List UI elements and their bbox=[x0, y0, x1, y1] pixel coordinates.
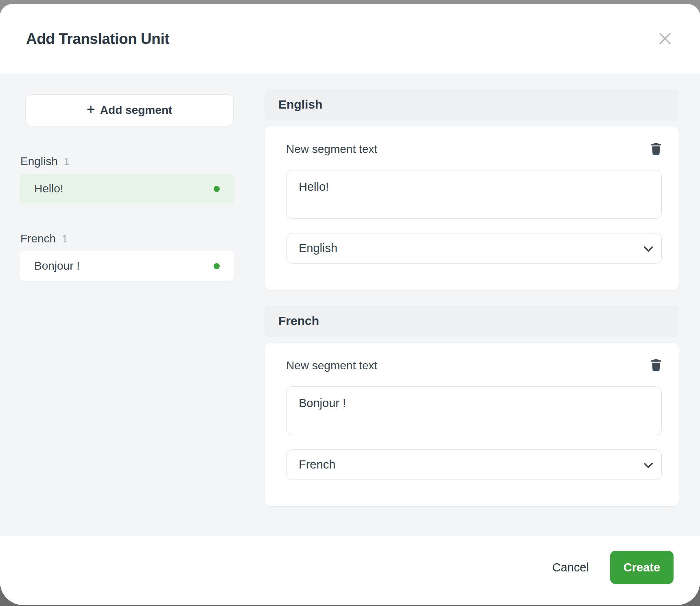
section-header: English bbox=[265, 89, 679, 120]
add-segment-label: Add segment bbox=[100, 104, 172, 117]
segment-editor: English New segment text bbox=[265, 89, 679, 536]
chevron-down-icon bbox=[643, 242, 653, 255]
language-name: English bbox=[20, 155, 58, 168]
segment-text-input[interactable]: Bonjour ! bbox=[286, 386, 662, 435]
trash-icon bbox=[650, 142, 662, 157]
segments-sidebar: + Add segment English 1 Hello! French 1 bbox=[20, 89, 234, 536]
segment-item-french[interactable]: Bonjour ! bbox=[20, 251, 234, 281]
dialog-title: Add Translation Unit bbox=[26, 31, 169, 48]
plus-icon: + bbox=[87, 102, 95, 117]
language-group-label: French 1 bbox=[20, 232, 234, 246]
add-segment-button[interactable]: + Add segment bbox=[25, 94, 234, 126]
segment-text-label: New segment text bbox=[286, 359, 377, 372]
language-name: French bbox=[20, 232, 56, 246]
segment-count-badge: 1 bbox=[62, 232, 68, 246]
segment-item-text: Bonjour ! bbox=[34, 259, 80, 272]
section-header: French bbox=[265, 305, 679, 337]
language-group-label: English 1 bbox=[20, 155, 234, 168]
segment-text-input[interactable]: Hello! bbox=[286, 170, 662, 219]
delete-segment-button[interactable] bbox=[648, 357, 664, 374]
segment-item-text: Hello! bbox=[34, 182, 63, 195]
add-translation-unit-dialog: Add Translation Unit + Add segment Engli… bbox=[0, 4, 700, 605]
segment-item-english[interactable]: Hello! bbox=[20, 174, 234, 203]
segment-card: New segment text Hello! Engl bbox=[265, 126, 679, 290]
section-title: French bbox=[278, 314, 319, 328]
segment-text-label: New segment text bbox=[286, 143, 377, 156]
delete-segment-button[interactable] bbox=[648, 141, 664, 157]
segment-count-badge: 1 bbox=[64, 155, 70, 168]
section-french: French New segment text bbox=[265, 305, 679, 506]
close-button[interactable] bbox=[655, 29, 675, 49]
chevron-down-icon bbox=[643, 458, 653, 471]
cancel-button[interactable]: Cancel bbox=[552, 557, 589, 578]
green-dot-icon bbox=[214, 263, 220, 269]
card-label-row: New segment text bbox=[286, 356, 662, 375]
dialog-footer: Cancel Create bbox=[0, 536, 700, 605]
dialog-header: Add Translation Unit bbox=[0, 4, 700, 74]
green-dot-icon bbox=[214, 186, 220, 192]
segment-card: New segment text Bonjour ! F bbox=[265, 343, 679, 506]
sidebar-group-english: English 1 Hello! bbox=[20, 155, 234, 203]
x-icon bbox=[658, 32, 672, 47]
card-label-row: New segment text bbox=[286, 140, 662, 159]
language-select-value: English bbox=[299, 242, 337, 255]
create-button[interactable]: Create bbox=[610, 551, 674, 584]
section-title: English bbox=[278, 98, 322, 111]
sidebar-group-french: French 1 Bonjour ! bbox=[20, 232, 234, 281]
trash-icon bbox=[650, 359, 662, 373]
language-select-value: French bbox=[299, 458, 335, 471]
dialog-body: + Add segment English 1 Hello! French 1 bbox=[0, 74, 700, 536]
section-english: English New segment text bbox=[265, 89, 679, 290]
language-select[interactable]: English bbox=[286, 233, 662, 264]
language-select[interactable]: French bbox=[286, 449, 662, 480]
